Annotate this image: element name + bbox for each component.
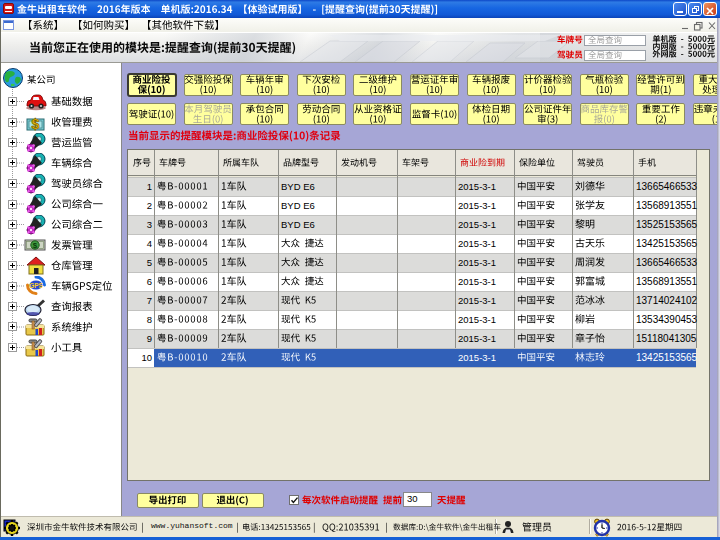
- svg-text:GPS: GPS: [29, 282, 43, 289]
- svg-text:$: $: [33, 241, 38, 250]
- svg-text:$: $: [32, 116, 40, 132]
